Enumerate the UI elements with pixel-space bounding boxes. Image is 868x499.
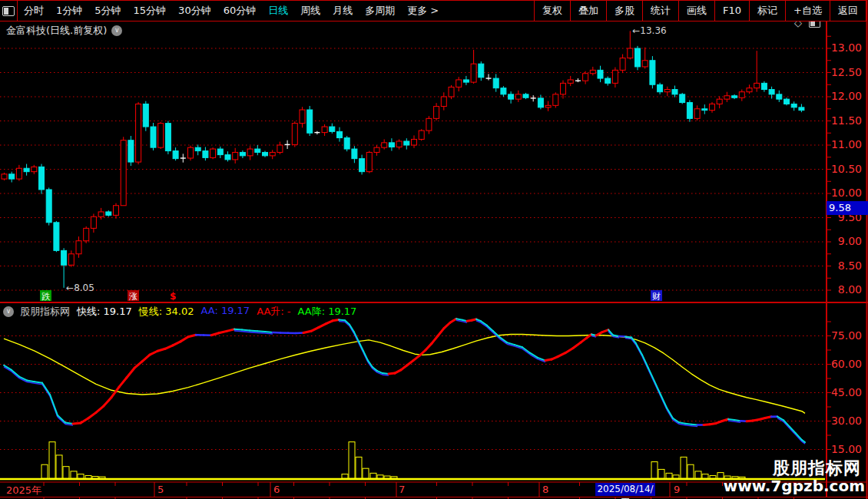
period-tab[interactable]: 日线 bbox=[262, 1, 294, 21]
fast-line bbox=[648, 368, 654, 381]
chevron-down-icon[interactable]: ∨ bbox=[111, 25, 122, 36]
fast-line bbox=[111, 387, 119, 398]
app-window: ←13.36←8.05跌涨$财 分时1分钟5分钟15分钟30分钟60分钟日线周线… bbox=[0, 0, 868, 499]
candle-body bbox=[61, 250, 67, 265]
fast-line-aa bbox=[728, 421, 734, 421]
candle-body bbox=[352, 149, 357, 159]
tool-button[interactable]: 返回 bbox=[830, 1, 866, 21]
tool-button[interactable]: 多股 bbox=[606, 1, 642, 21]
watermark-url: www.7gpzb.com bbox=[724, 477, 865, 495]
tool-button[interactable]: 画线 bbox=[678, 1, 714, 21]
indicator-bar bbox=[710, 476, 716, 478]
candle-body bbox=[515, 94, 521, 99]
candle-body bbox=[106, 212, 111, 215]
candle-body bbox=[419, 131, 424, 139]
price-axis-label: 8.50 bbox=[830, 259, 862, 272]
tool-button[interactable]: 统计 bbox=[642, 1, 678, 21]
candle-body bbox=[374, 147, 379, 152]
fast-line bbox=[142, 355, 150, 362]
candle-body bbox=[605, 78, 611, 83]
candle-body bbox=[590, 70, 595, 73]
period-tab[interactable]: 更多 > bbox=[401, 1, 445, 21]
candle-body bbox=[277, 145, 283, 152]
fast-line bbox=[565, 349, 573, 353]
price-axis-label: 13.00 bbox=[830, 41, 862, 54]
layout-toggle[interactable] bbox=[0, 1, 18, 21]
chart-canvas[interactable]: ←13.36←8.05跌涨$财 bbox=[0, 0, 868, 499]
candle-body bbox=[463, 80, 469, 82]
indicator-bar bbox=[702, 474, 708, 478]
tool-button[interactable]: F10 bbox=[714, 1, 749, 21]
period-tab[interactable]: 5分钟 bbox=[88, 1, 127, 21]
period-tab[interactable]: 周线 bbox=[294, 1, 326, 21]
tool-button[interactable]: 复权 bbox=[534, 1, 570, 21]
fast-line-aa bbox=[383, 375, 389, 375]
candle-body bbox=[612, 70, 618, 83]
last-price-tag: 9.58 bbox=[827, 201, 868, 215]
candle-body bbox=[2, 174, 7, 179]
candle-body bbox=[456, 80, 462, 87]
period-tab[interactable]: 1分钟 bbox=[50, 1, 88, 21]
chart-title-row: 金富科技(日线.前复权) ∨ bbox=[6, 24, 122, 38]
indicator-axis-label: 60.00 bbox=[830, 358, 862, 370]
legend-item: 股朋指标网 bbox=[20, 305, 70, 319]
candle-body bbox=[680, 94, 685, 103]
period-tab[interactable]: 30分钟 bbox=[172, 1, 217, 21]
candle-body bbox=[799, 107, 804, 111]
fast-line bbox=[165, 345, 173, 349]
indicator-bar bbox=[651, 462, 658, 478]
fast-line bbox=[50, 395, 58, 415]
price-axis-label: 10.00 bbox=[830, 187, 862, 199]
date-tag: 2025/08/14/四 bbox=[595, 483, 655, 496]
fast-line bbox=[127, 368, 134, 377]
indicator-chevron-icon[interactable]: ∨ bbox=[3, 306, 14, 317]
candle-body bbox=[747, 88, 752, 92]
fast-line bbox=[581, 338, 587, 342]
candle-body bbox=[217, 149, 223, 155]
candle-body bbox=[441, 97, 446, 107]
fast-line-aa bbox=[234, 331, 242, 332]
fast-line-aa bbox=[250, 332, 257, 333]
month-label: 5 bbox=[157, 484, 164, 495]
candle-body bbox=[247, 149, 253, 156]
tool-button[interactable]: 标记 bbox=[749, 1, 785, 21]
fast-line bbox=[150, 351, 157, 355]
fast-line-aa bbox=[242, 332, 250, 332]
candle-body bbox=[561, 83, 566, 94]
period-tab[interactable]: 60分钟 bbox=[217, 1, 263, 21]
year-label: 2025年 bbox=[6, 484, 41, 497]
fast-line bbox=[104, 398, 111, 406]
legend-item: AA升: - bbox=[257, 305, 290, 319]
indicator-bar bbox=[92, 477, 98, 478]
price-axis-label: 12.00 bbox=[830, 90, 862, 102]
candle-body bbox=[658, 84, 663, 91]
candle-body bbox=[583, 74, 588, 81]
fast-line bbox=[234, 329, 242, 330]
indicator-bar bbox=[370, 473, 376, 478]
candle-body bbox=[165, 124, 171, 151]
candle-body bbox=[31, 167, 37, 171]
candle-body bbox=[128, 140, 134, 162]
candle-body bbox=[493, 78, 499, 88]
candle-body bbox=[620, 58, 625, 71]
candle-body bbox=[136, 104, 141, 162]
fast-line-aa bbox=[625, 338, 631, 339]
candle-body bbox=[54, 223, 59, 251]
fast-line bbox=[558, 353, 565, 357]
period-tab[interactable]: 月线 bbox=[326, 1, 359, 21]
candle-body bbox=[255, 149, 260, 152]
candle-body bbox=[509, 94, 514, 99]
indicator-bar bbox=[56, 455, 62, 478]
candle-body bbox=[270, 152, 275, 155]
tool-button[interactable]: +自选 bbox=[785, 1, 830, 21]
fast-line bbox=[265, 332, 273, 332]
period-tab[interactable]: 15分钟 bbox=[128, 1, 173, 21]
fast-line bbox=[173, 342, 181, 345]
period-tab[interactable]: 分时 bbox=[18, 1, 50, 21]
fast-line bbox=[625, 336, 631, 337]
indicator-bar bbox=[666, 473, 672, 478]
tool-button[interactable]: 叠加 bbox=[570, 1, 606, 21]
legend-item: 慢线: 34.02 bbox=[139, 305, 194, 319]
period-tab[interactable]: 多周期 bbox=[359, 1, 401, 21]
fast-line-aa bbox=[257, 332, 265, 333]
